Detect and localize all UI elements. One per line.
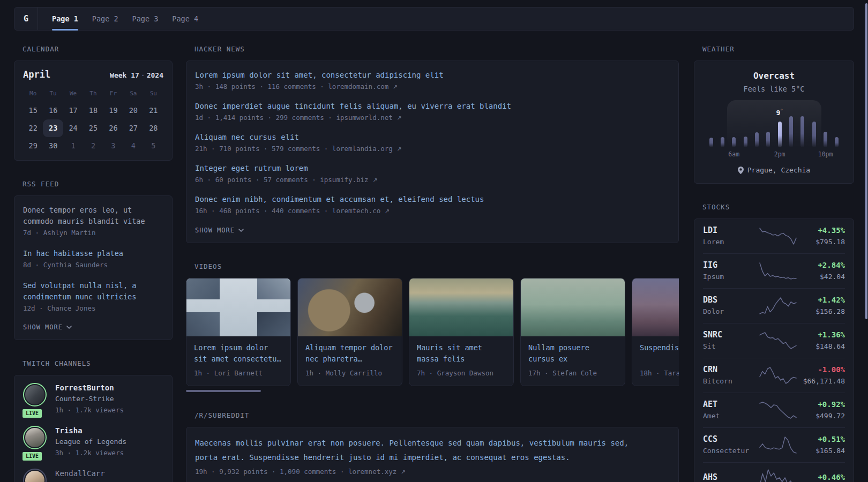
hn-story-title[interactable]: Integer eget rutrum lorem [195, 163, 670, 174]
stock-sparkline [759, 332, 797, 350]
video-thumbnail [521, 278, 625, 336]
stock-row-aet[interactable]: AETAmet +0.92%$499.72 [703, 393, 845, 427]
calendar-day-selected: 23 [43, 119, 63, 137]
stock-change: +2.84% [797, 260, 845, 270]
calendar-section: CALENDAR April Week 17·2024 MoTuWeThFrSa… [14, 45, 173, 161]
video-title[interactable]: Aliquam tempor dolor nec pharetra… [305, 342, 394, 365]
stock-name: Dolor [703, 306, 759, 317]
live-badge: LIVE [21, 408, 43, 419]
video-title[interactable]: Nullam posuere cursus ex [528, 342, 617, 365]
video-title[interactable]: Mauris sit amet massa felis [417, 342, 506, 365]
video-title[interactable]: Suspendisse diam [640, 342, 679, 365]
middle-column: HACKER NEWS Lorem ipsum dolor sit amet, … [186, 45, 679, 482]
stock-row-snrc[interactable]: SNRCSit +1.36%$148.64 [703, 323, 845, 358]
calendar-day-header: Sa [123, 86, 143, 102]
weather-bar [732, 137, 736, 147]
stock-row-crn[interactable]: CRNBitcorn -1.00%$66,171.48 [703, 358, 845, 393]
weather-temp-label: 9° [776, 108, 783, 117]
twitch-channel-trisha[interactable]: LIVE Trisha League of Legends 3h · 1.2k … [23, 426, 163, 458]
rss-item-title[interactable]: In hac habitasse platea [23, 248, 163, 259]
calendar-day: 15 [23, 102, 43, 119]
subreddit-section: /R/SUBREDDIT Maecenas mollis pulvinar er… [186, 411, 679, 482]
video-meta: 18h · Tara [640, 368, 679, 378]
hn-story-title[interactable]: Donec imperdiet augue tincidunt felis al… [195, 101, 670, 112]
tab-page-3[interactable]: Page 3 [125, 7, 166, 30]
videos-scrollbar-thumb[interactable] [186, 390, 261, 392]
calendar-section-title: CALENDAR [23, 45, 173, 53]
weather-condition: Overcast [703, 71, 845, 81]
video-meta: 1h · Molly Carrillo [305, 368, 394, 378]
weather-location: Prague, Czechia [703, 166, 845, 175]
rss-show-more-button[interactable]: SHOW MORE [23, 323, 163, 331]
channel-name[interactable]: Trisha [55, 426, 126, 436]
calendar-grid: MoTuWeThFrSaSu15161718192021222324252627… [23, 86, 163, 155]
weather-feels-like: Feels like 5°C [703, 85, 845, 94]
reddit-post: Maecenas mollis pulvinar erat non posuer… [195, 436, 670, 478]
hn-story-title[interactable]: Aliquam nec cursus elit [195, 132, 670, 143]
stock-row-ccs[interactable]: CCSConsectetur +0.51%$165.84 [703, 427, 845, 462]
reddit-post-title[interactable]: Maecenas mollis pulvinar erat non posuer… [195, 436, 632, 465]
stock-symbol: DBS [703, 295, 759, 305]
tab-page-1[interactable]: Page 1 [45, 7, 85, 30]
calendar-month: April [23, 69, 50, 80]
stock-price: $165.84 [797, 446, 845, 456]
weather-bar: 9° [778, 122, 782, 147]
video-card[interactable]: Suspendisse diam 18h · Tara [632, 278, 679, 386]
page-scrollbar[interactable] [865, 3, 867, 319]
hn-story-meta: 1d · 1,414 points · 299 comments · ipsum… [195, 112, 670, 124]
video-card[interactable]: Mauris sit amet massa felis 7h · Grayson… [409, 278, 514, 386]
stock-row-ahs[interactable]: AHS +0.46% [703, 462, 845, 482]
tab-page-4[interactable]: Page 4 [165, 7, 205, 30]
video-card[interactable]: Aliquam tempor dolor nec pharetra… 1h · … [297, 278, 402, 386]
stock-price: $42.04 [797, 272, 845, 282]
weather-bar [824, 132, 827, 147]
rss-item-title[interactable]: Donec tempor eros leo, ut commodo mauris… [23, 205, 163, 227]
hn-show-more-button[interactable]: SHOW MORE [195, 227, 670, 234]
calendar-day: 18 [83, 102, 103, 119]
hn-story-title[interactable]: Lorem ipsum dolor sit amet, consectetur … [195, 70, 670, 81]
calendar-day-header: We [63, 86, 83, 102]
calendar-day: 1 [63, 137, 83, 155]
rss-section-title: RSS FEED [23, 180, 173, 188]
stock-row-ldi[interactable]: LDILorem +4.35%$795.18 [703, 219, 845, 253]
tab-page-2[interactable]: Page 2 [85, 7, 125, 30]
external-link-icon: ↗ [401, 469, 406, 476]
calendar-day: 25 [83, 119, 103, 137]
twitch-widget: LIVE ForrestBurton Counter-Strike 1h · 1… [14, 375, 173, 482]
calendar-widget: April Week 17·2024 MoTuWeThFrSaSu1516171… [14, 61, 173, 161]
channel-name[interactable]: ForrestBurton [55, 383, 124, 393]
hacker-news-widget: Lorem ipsum dolor sit amet, consectetur … [186, 61, 679, 243]
twitch-section-title: TWITCH CHANNELS [23, 359, 173, 367]
rss-item-meta: 7d · Ashlyn Martin [23, 228, 163, 238]
channel-name[interactable]: KendallCarr [55, 469, 105, 479]
stock-row-dbs[interactable]: DBSDolor +1.42%$156.28 [703, 288, 845, 323]
videos-section-title: VIDEOS [194, 262, 679, 270]
channel-category: Counter-Strike [55, 393, 124, 405]
twitch-channel-forrestburton[interactable]: LIVE ForrestBurton Counter-Strike 1h · 1… [23, 383, 163, 415]
stock-change: +0.51% [797, 434, 845, 445]
calendar-day: 4 [123, 137, 143, 155]
stock-row-iig[interactable]: IIGIpsum +2.84%$42.04 [703, 253, 845, 288]
calendar-day: 27 [123, 119, 143, 137]
calendar-day: 20 [123, 102, 143, 119]
channel-viewers: 1h · 1.7k viewers [55, 405, 124, 415]
calendar-day: 16 [43, 102, 63, 119]
weather-widget: Overcast Feels like 5°C 9° 6am2pm10pm Pr… [694, 61, 854, 184]
rss-item-meta: 8d · Cynthia Saunders [23, 260, 163, 270]
stock-price: $66,171.48 [797, 376, 845, 387]
video-title[interactable]: Lorem ipsum dolor sit amet consectetu… [194, 342, 283, 365]
video-card[interactable]: Lorem ipsum dolor sit amet consectetu… 1… [186, 278, 291, 386]
weather-bar [744, 137, 747, 147]
hacker-news-section-title: HACKER NEWS [194, 45, 679, 53]
reddit-post-meta: 19h · 9,932 points · 1,090 comments · lo… [195, 466, 670, 478]
video-card[interactable]: Nullam posuere cursus ex 17h · Stefan Co… [520, 278, 625, 386]
stock-sparkline [759, 469, 797, 482]
weather-hour-label: 2pm [774, 150, 785, 158]
stock-symbol: SNRC [703, 329, 759, 340]
app-logo[interactable]: G [14, 7, 38, 30]
stock-symbol: IIG [703, 260, 759, 270]
right-column: WEATHER Overcast Feels like 5°C 9° 6am2p… [694, 45, 854, 482]
twitch-channel-kendallcarr[interactable]: KendallCarr [23, 469, 163, 482]
rss-item-title[interactable]: Sed volutpat nulla nisl, a condimentum n… [23, 280, 163, 303]
hn-story-title[interactable]: Donec enim nibh, condimentum et accumsan… [195, 194, 670, 205]
